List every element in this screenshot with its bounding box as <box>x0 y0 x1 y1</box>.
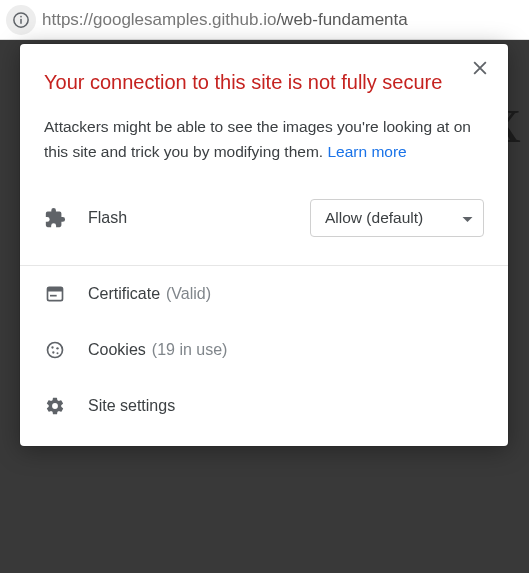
url-path: /web-fundamenta <box>276 10 407 29</box>
puzzle-icon <box>44 207 66 229</box>
svg-rect-2 <box>20 15 22 17</box>
svg-point-9 <box>52 351 54 353</box>
url-host: https://googlesamples.github.io <box>42 10 276 29</box>
gear-icon <box>44 395 66 417</box>
close-icon <box>470 58 490 78</box>
certificate-label-text: Certificate <box>88 285 160 302</box>
cookies-row[interactable]: Cookies(19 in use) <box>44 322 484 378</box>
security-heading: Your connection to this site is not full… <box>44 68 484 97</box>
svg-rect-4 <box>48 287 63 291</box>
certificate-icon <box>44 283 66 305</box>
svg-point-8 <box>56 347 58 349</box>
site-settings-row[interactable]: Site settings <box>44 378 484 434</box>
chevron-down-icon <box>462 209 473 227</box>
certificate-status: (Valid) <box>166 285 211 302</box>
svg-rect-1 <box>20 18 22 23</box>
flash-label: Flash <box>88 209 310 227</box>
info-icon <box>12 11 30 29</box>
description-text: Attackers might be able to see the image… <box>44 118 471 160</box>
cookies-label: Cookies(19 in use) <box>88 341 484 359</box>
cookies-label-text: Cookies <box>88 341 146 358</box>
close-button[interactable] <box>470 58 494 82</box>
flash-permission-dropdown[interactable]: Allow (default) <box>310 199 484 237</box>
learn-more-link[interactable]: Learn more <box>327 143 406 160</box>
security-description: Attackers might be able to see the image… <box>44 115 484 165</box>
cookies-status: (19 in use) <box>152 341 228 358</box>
dropdown-selected: Allow (default) <box>325 209 423 227</box>
svg-point-7 <box>51 346 53 348</box>
site-info-button[interactable] <box>6 5 36 35</box>
certificate-label: Certificate(Valid) <box>88 285 484 303</box>
url-bar: https://googlesamples.github.io/web-fund… <box>0 0 529 40</box>
svg-rect-5 <box>50 294 57 296</box>
certificate-row[interactable]: Certificate(Valid) <box>44 266 484 322</box>
site-info-popover: Your connection to this site is not full… <box>20 44 508 446</box>
svg-point-6 <box>48 342 63 357</box>
flash-permission-row: Flash Allow (default) <box>44 199 484 237</box>
site-settings-label: Site settings <box>88 397 484 415</box>
url-text[interactable]: https://googlesamples.github.io/web-fund… <box>42 10 408 30</box>
cookie-icon <box>44 339 66 361</box>
svg-point-10 <box>57 352 59 354</box>
